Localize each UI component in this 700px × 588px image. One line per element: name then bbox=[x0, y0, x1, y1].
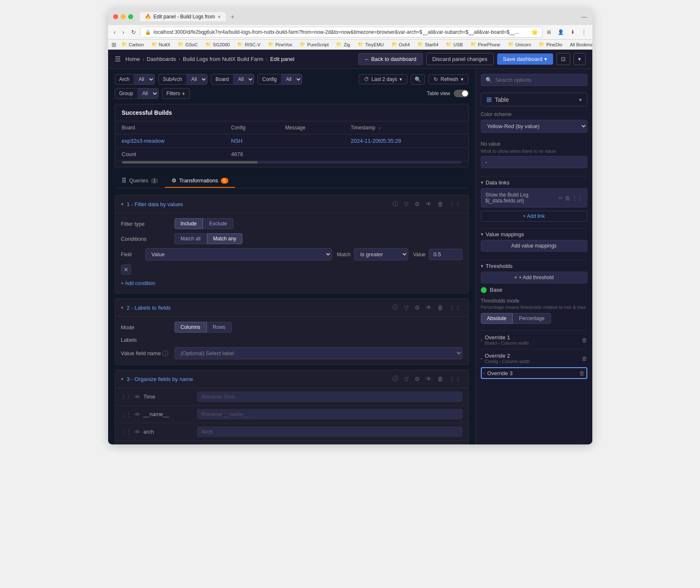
field-select[interactable]: Value bbox=[145, 248, 332, 260]
timestamp-link[interactable]: 2024-11-20t05:35:28 bbox=[351, 138, 401, 144]
subarch-select[interactable]: All bbox=[186, 74, 207, 84]
drag-handle-time[interactable]: ⋮⋮ bbox=[121, 394, 131, 400]
group-filter[interactable]: Group All bbox=[115, 88, 159, 99]
config-select[interactable]: All bbox=[281, 74, 302, 84]
bookmark-purescript[interactable]: 📁PureScript bbox=[296, 41, 332, 48]
match-select[interactable]: Is greater bbox=[354, 248, 408, 260]
transform-2-delete[interactable]: 🗑 bbox=[436, 303, 445, 312]
value-field-info[interactable]: i bbox=[162, 351, 168, 356]
filters-button[interactable]: Filters + bbox=[162, 88, 190, 99]
color-scheme-select[interactable]: Yellow-Red (by value) bbox=[481, 120, 587, 133]
config-link[interactable]: NSH bbox=[231, 138, 242, 144]
add-filter-icon[interactable]: + bbox=[182, 90, 185, 97]
transform-2-header[interactable]: ▾ 2 - Labels to fields ⓘ ▽ ⚙ 👁 🗑 ⋮⋮ bbox=[115, 299, 468, 317]
transform-3-drag[interactable]: ⋮⋮ bbox=[447, 374, 462, 384]
transform-3-filter[interactable]: ▽ bbox=[402, 374, 410, 384]
rows-button[interactable]: Rows bbox=[207, 322, 232, 333]
data-links-header[interactable]: ▾ Data links bbox=[481, 177, 587, 188]
bookmark-ox64[interactable]: 📁Ox64 bbox=[388, 41, 413, 48]
add-mapping-button[interactable]: Add value mappings bbox=[481, 240, 587, 252]
override-2-header[interactable]: › Override 2 Config › Column width 🗑 bbox=[481, 353, 587, 364]
percentage-button[interactable]: Percentage bbox=[513, 313, 551, 324]
arch-filter[interactable]: Arch All bbox=[115, 74, 155, 85]
bookmark-gsoc[interactable]: 📁GSoC bbox=[174, 41, 201, 48]
back-nav-button[interactable]: ‹ bbox=[111, 27, 119, 37]
download-button[interactable]: ⬇ bbox=[568, 28, 577, 37]
transform-1-info[interactable]: ⓘ bbox=[391, 199, 400, 209]
breadcrumb-home[interactable]: Home bbox=[126, 56, 140, 62]
rename-name-input[interactable] bbox=[197, 409, 462, 419]
profile-button[interactable]: 👤 bbox=[555, 28, 566, 37]
bookmark-riscv[interactable]: 📁RISC-V bbox=[234, 41, 263, 48]
breadcrumb-dashboards[interactable]: Dashboards bbox=[147, 56, 176, 62]
tab-queries[interactable]: 🗄 Queries 1 bbox=[115, 174, 165, 188]
bookmark-zig[interactable]: 📁Zig bbox=[333, 41, 353, 48]
scroll-indicator[interactable] bbox=[122, 161, 462, 164]
transform-3-eye[interactable]: 👁 bbox=[424, 374, 433, 384]
col-config[interactable]: Config bbox=[224, 121, 278, 134]
override-1-header[interactable]: › Override 1 Board › Column width 🗑 bbox=[481, 334, 587, 346]
table-view-switch[interactable] bbox=[454, 90, 469, 97]
include-button[interactable]: Include bbox=[174, 218, 203, 229]
transform-2-settings[interactable]: ⚙ bbox=[413, 303, 422, 312]
bookmark-carbon[interactable]: 📁Carbon bbox=[118, 41, 147, 48]
subarch-filter[interactable]: SubArch All bbox=[158, 74, 207, 85]
columns-button[interactable]: Columns bbox=[174, 322, 207, 333]
reload-button[interactable]: ↻ bbox=[129, 27, 139, 37]
bookmark-usb[interactable]: 📁USB bbox=[442, 41, 466, 48]
col-message[interactable]: Message bbox=[278, 121, 344, 134]
bookmark-tinyemu[interactable]: 📁TinyEMU bbox=[354, 41, 387, 48]
col-timestamp[interactable]: Timestamp ↓ bbox=[344, 121, 468, 134]
bookmark-pinephone[interactable]: 📁PinePhone bbox=[467, 41, 504, 48]
eye-name[interactable]: 👁 bbox=[134, 411, 140, 418]
tab-close-icon[interactable]: ✕ bbox=[217, 15, 221, 19]
override-3-delete[interactable]: 🗑 bbox=[579, 370, 585, 376]
transform-2-eye[interactable]: 👁 bbox=[424, 303, 433, 312]
group-select[interactable]: All bbox=[137, 88, 158, 98]
rename-arch-input[interactable] bbox=[197, 426, 462, 437]
more-options-button[interactable]: ▾ bbox=[574, 53, 586, 65]
transform-1-drag[interactable]: ⋮⋮ bbox=[447, 199, 462, 209]
transform-1-filter[interactable]: ▽ bbox=[402, 199, 410, 209]
transform-1-eye[interactable]: 👁 bbox=[424, 199, 433, 209]
extensions-button[interactable]: ⊞ bbox=[544, 28, 553, 37]
bookmark-sg2000[interactable]: 📁SG2000 bbox=[202, 41, 233, 48]
add-threshold-button[interactable]: + + Add threshold bbox=[481, 272, 587, 283]
breadcrumb-dashboard[interactable]: Build Logs from NuttX Build Farm bbox=[183, 56, 263, 62]
tab-transformations[interactable]: ⚙ Transformations 5 bbox=[165, 174, 235, 188]
search-input[interactable] bbox=[495, 77, 583, 83]
scroll-thumb[interactable] bbox=[122, 161, 258, 164]
eye-arch[interactable]: 👁 bbox=[134, 429, 140, 435]
match-any-button[interactable]: Match any bbox=[207, 233, 243, 244]
time-range-button[interactable]: ⏱ Last 2 days ▾ bbox=[359, 74, 407, 84]
browser-tab[interactable]: 🔥 Edit panel - Build Logs from ✕ bbox=[140, 12, 226, 21]
value-input[interactable]: 0.5 bbox=[429, 249, 462, 260]
drag-link-button[interactable]: ⋮⋮ bbox=[572, 195, 583, 201]
bookmark-pinevox[interactable]: 📁PineVox bbox=[265, 41, 296, 48]
hamburger-menu[interactable]: ☰ bbox=[115, 55, 121, 63]
value-field-select[interactable]: (Optional) Select label bbox=[174, 347, 462, 359]
transform-1-settings[interactable]: ⚙ bbox=[413, 199, 422, 209]
override-1-delete[interactable]: 🗑 bbox=[581, 337, 587, 343]
transform-2-filter[interactable]: ▽ bbox=[402, 303, 410, 312]
rename-time-input[interactable] bbox=[197, 391, 462, 402]
minimize-button[interactable] bbox=[121, 14, 126, 19]
eye-time[interactable]: 👁 bbox=[134, 394, 140, 400]
table-view-toggle[interactable]: Table view bbox=[427, 90, 468, 97]
arch-select[interactable]: All bbox=[134, 74, 154, 84]
thresholds-header[interactable]: ▾ Thresholds bbox=[481, 260, 587, 272]
override-2-delete[interactable]: 🗑 bbox=[581, 355, 587, 362]
board-filter[interactable]: Board All bbox=[211, 74, 254, 85]
back-to-dashboard-button[interactable]: ← Back to dashboard bbox=[358, 53, 423, 65]
bookmark-pinedio[interactable]: 📁PineDio bbox=[536, 41, 566, 48]
transform-1-header[interactable]: ▾ 1 - Filter data by values ⓘ ▽ ⚙ 👁 🗑 ⋮⋮ bbox=[115, 195, 468, 213]
match-all-button[interactable]: Match all bbox=[174, 233, 207, 244]
transform-3-settings[interactable]: ⚙ bbox=[413, 374, 422, 384]
col-board[interactable]: Board bbox=[115, 121, 225, 134]
more-button[interactable]: ⋮ bbox=[579, 28, 589, 37]
visualization-selector[interactable]: ⊞ Table ▾ bbox=[481, 93, 587, 106]
board-select[interactable]: All bbox=[233, 74, 254, 84]
drag-handle-name[interactable]: ⋮⋮ bbox=[121, 411, 131, 417]
delete-link-button[interactable]: 🗑 bbox=[565, 195, 570, 201]
remove-condition-button[interactable]: ✕ bbox=[121, 265, 131, 275]
